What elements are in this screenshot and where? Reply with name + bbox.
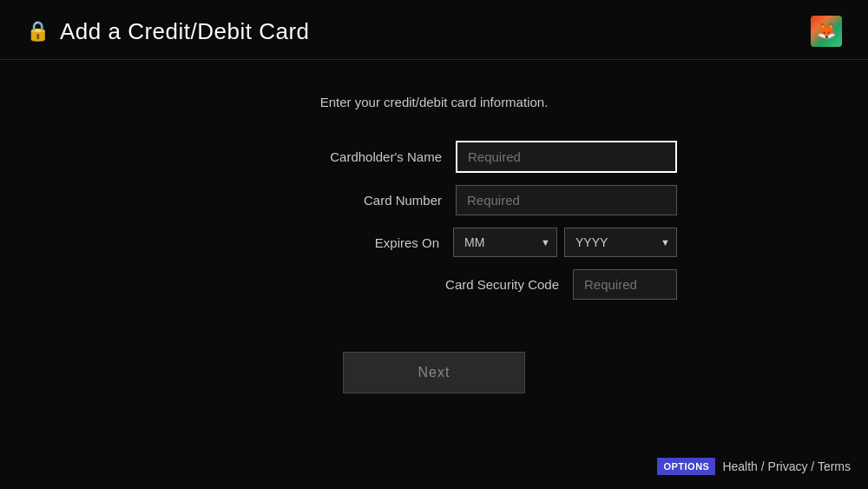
expires-label: Expires On <box>274 235 439 250</box>
cardholder-label: Cardholder's Name <box>277 149 442 164</box>
month-select-wrapper: MM 01 02 03 04 05 06 07 08 09 10 11 12 <box>453 228 557 257</box>
form-container: Cardholder's Name Card Number Expires On… <box>191 141 677 300</box>
footer: OPTIONS Health / Privacy / Terms <box>657 458 851 475</box>
footer-links[interactable]: Health / Privacy / Terms <box>722 459 851 473</box>
lock-icon: 🔒 <box>26 20 49 43</box>
cardholder-row: Cardholder's Name <box>191 141 677 173</box>
main-content: Enter your credit/debit card information… <box>0 60 868 393</box>
header: 🔒 Add a Credit/Debit Card 🦊 <box>0 0 868 60</box>
year-select[interactable]: YYYY 2024 2025 2026 2027 2028 2029 2030 <box>564 228 677 257</box>
form-subtitle: Enter your credit/debit card information… <box>320 95 549 109</box>
card-number-input[interactable] <box>456 185 677 215</box>
month-select[interactable]: MM 01 02 03 04 05 06 07 08 09 10 11 12 <box>453 228 557 257</box>
button-container: Next <box>343 352 525 393</box>
expires-row: Expires On MM 01 02 03 04 05 06 07 08 09 <box>191 228 677 257</box>
page-title: Add a Credit/Debit Card <box>60 18 310 45</box>
options-badge[interactable]: OPTIONS <box>657 458 715 475</box>
header-left: 🔒 Add a Credit/Debit Card <box>26 18 310 45</box>
security-code-label: Card Security Code <box>394 277 559 292</box>
card-number-row: Card Number <box>191 185 677 215</box>
security-code-input[interactable] <box>573 269 677 300</box>
security-code-row: Card Security Code <box>191 269 677 300</box>
cardholder-input[interactable] <box>456 141 677 173</box>
next-button[interactable]: Next <box>343 352 525 393</box>
year-select-wrapper: YYYY 2024 2025 2026 2027 2028 2029 2030 … <box>564 228 677 257</box>
avatar: 🦊 <box>811 16 842 47</box>
card-number-label: Card Number <box>277 193 442 208</box>
expires-selects: MM 01 02 03 04 05 06 07 08 09 10 11 12 <box>453 228 677 257</box>
